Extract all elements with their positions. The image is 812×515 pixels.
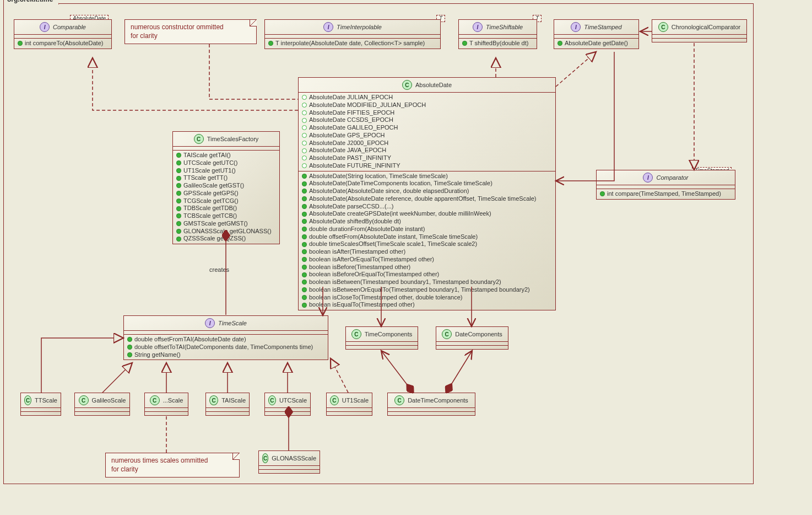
member: AbsoluteDate GALILEO_EPOCH	[302, 124, 552, 132]
class-comparator: I Comparator int compare(TimeStamped, Ti…	[596, 170, 735, 200]
member: AbsoluteDate GPS_EPOCH	[302, 132, 552, 140]
assoc-label: creates	[209, 266, 229, 273]
class-timestamped: I TimeStamped AbsoluteDate getDate()	[554, 19, 639, 49]
member: TCGScale getTCG()	[176, 197, 276, 205]
member: boolean isBeforeOrEqualTo(Timestamped ot…	[302, 271, 552, 278]
class-icon: C	[330, 395, 339, 405]
member: TTScale getTT()	[176, 174, 276, 182]
member: double durationFrom(AbsoluteDate instant…	[302, 226, 552, 233]
class-name: TimeShiftable	[486, 24, 523, 30]
class-name: TimeStamped	[584, 24, 621, 30]
class-icon: C	[268, 395, 276, 405]
class-name: ChronologicalComparator	[672, 24, 740, 30]
class-timeshiftable: I TimeShiftable T shiftedBy(double dt)	[458, 19, 537, 49]
member: UTCScale getUTC()	[176, 159, 276, 167]
class-icon: C	[402, 80, 412, 90]
class-icon: C	[658, 22, 668, 32]
class-name: Comparator	[656, 174, 688, 181]
class-name: TimeComponents	[365, 331, 412, 337]
class-icon: C	[194, 134, 204, 144]
class-icon: C	[351, 329, 361, 339]
class-icon: C	[394, 395, 404, 405]
member: AbsoluteDate PAST_INFINITY	[302, 154, 552, 162]
class-chronologicalcomparator: C ChronologicalComparator	[652, 19, 747, 42]
interface-icon: I	[40, 22, 50, 32]
class-comparable: I Comparable int compareTo(AbsoluteDate)	[14, 19, 112, 49]
class-name: GLONASSScale	[272, 455, 316, 462]
member: boolean isEqualTo(Timestamped other)	[302, 301, 552, 309]
note-timescales: numerous times scales ommitted for clari…	[105, 453, 240, 478]
class-utcscale: CUTCScale	[264, 393, 311, 416]
class-timescale: I TimeScale double offsetFromTAI(Absolut…	[123, 315, 328, 360]
methods: int compareTo(AbsoluteDate)	[14, 39, 111, 49]
member: QZSSScale getQZSS()	[176, 235, 276, 243]
class-icon: C	[262, 453, 268, 463]
note-text: numerous times scales ommitted for clari…	[111, 457, 208, 473]
member: GalileoScale getGST()	[176, 182, 276, 190]
class-galileoscale: CGalileoScale	[74, 393, 130, 416]
member: String getName()	[127, 351, 324, 359]
member: double timeScalesOffset(TimeScale scale1…	[302, 240, 552, 248]
member: AbsoluteDate JULIAN_EPOCH	[302, 94, 552, 101]
member: boolean isAfterOrEqualTo(Timestamped oth…	[302, 256, 552, 264]
member: TCBScale getTCB()	[176, 212, 276, 220]
interface-icon: I	[205, 318, 215, 328]
member: boolean isAfter(Timestamped other)	[302, 248, 552, 256]
class-ttscale: CTTScale	[20, 393, 61, 416]
class-icon: C	[24, 395, 31, 405]
member: UT1Scale getUT1()	[176, 167, 276, 175]
class-name: TimeInterpolable	[337, 24, 382, 30]
class-name: Comparable	[53, 24, 86, 30]
class-name: ...Scale	[163, 397, 183, 404]
class-timeinterpolable: I TimeInterpolable T interpolate(Absolut…	[264, 19, 441, 49]
class-datetimecomponents: CDateTimeComponents	[387, 393, 475, 416]
member: AbsoluteDate FUTURE_INFINITY	[302, 162, 552, 170]
member: AbsoluteDate parseCCSD...(...)	[302, 203, 552, 211]
class-name: TAIScale	[221, 397, 246, 404]
member: double offsetFrom(AbsoluteDate instant, …	[302, 233, 552, 241]
class-icon: C	[79, 395, 89, 405]
class-timescalesfactory: C TimeScalesFactory TAIScale getTAI()UTC…	[172, 131, 280, 244]
class-icon: C	[442, 329, 452, 339]
member: TAIScale getTAI()	[176, 152, 276, 159]
member: double offsetToTAI(DateComponents date, …	[127, 344, 324, 351]
class-name: TTScale	[35, 397, 57, 404]
member: AbsoluteDate FIFTIES_EPOCH	[302, 109, 552, 117]
class-name: GalileoScale	[92, 397, 126, 404]
class-name: TimeScale	[218, 320, 247, 326]
class-name: DateComponents	[455, 331, 502, 337]
class-timecomponents: CTimeComponents	[345, 326, 418, 350]
member: TDBScale getTDB()	[176, 205, 276, 212]
member: AbsoluteDate CCSDS_EPOCH	[302, 116, 552, 124]
class-name: UT1Scale	[342, 397, 369, 404]
member: AbsoluteDate JAVA_EPOCH	[302, 147, 552, 154]
interface-icon: I	[643, 173, 653, 183]
note-constructors: numerous constructor ommitted for clarit…	[124, 19, 257, 44]
interface-icon: I	[473, 22, 483, 32]
interface-icon: I	[323, 22, 333, 32]
class-icon: C	[150, 395, 160, 405]
class-absolutedate: C AbsoluteDate AbsoluteDate JULIAN_EPOCH…	[298, 77, 556, 310]
class-icon: C	[209, 395, 218, 405]
member: boolean isBetween(Timestamped boundary1,…	[302, 278, 552, 286]
class-name: AbsoluteDate	[415, 82, 452, 88]
member: GPSScale getGPS()	[176, 190, 276, 197]
member: AbsoluteDate(AbsoluteDate reference, dou…	[302, 195, 552, 203]
class-name: TimeScalesFactory	[207, 136, 259, 142]
member: AbsoluteDate(AbsoluteDate since, double …	[302, 187, 552, 195]
note-text: numerous constructor ommitted for clarit…	[131, 23, 224, 40]
member: boolean isBetweenOrEqualTo(Timestamped b…	[302, 286, 552, 294]
member: AbsoluteDate(String location, TimeScale …	[302, 173, 552, 180]
member: AbsoluteDate createGPSDate(int weekNumbe…	[302, 210, 552, 218]
class-taiscale: CTAIScale	[205, 393, 250, 416]
member: boolean isCloseTo(Timestamped other, dou…	[302, 294, 552, 302]
member: GMSTScale getGMST()	[176, 220, 276, 228]
class-ut1scale: CUT1Scale	[326, 393, 372, 416]
member: GLONASSScale getGLONASS()	[176, 228, 276, 235]
class-name: DateTimeComponents	[408, 397, 468, 404]
interface-icon: I	[571, 22, 581, 32]
member: boolean isBefore(Timestamped other)	[302, 264, 552, 271]
member: AbsoluteDate(DateTimeComponents location…	[302, 180, 552, 187]
member: AbsoluteDate J2000_EPOCH	[302, 140, 552, 147]
member: double offsetFromTAI(AbsoluteDate date)	[127, 336, 324, 344]
